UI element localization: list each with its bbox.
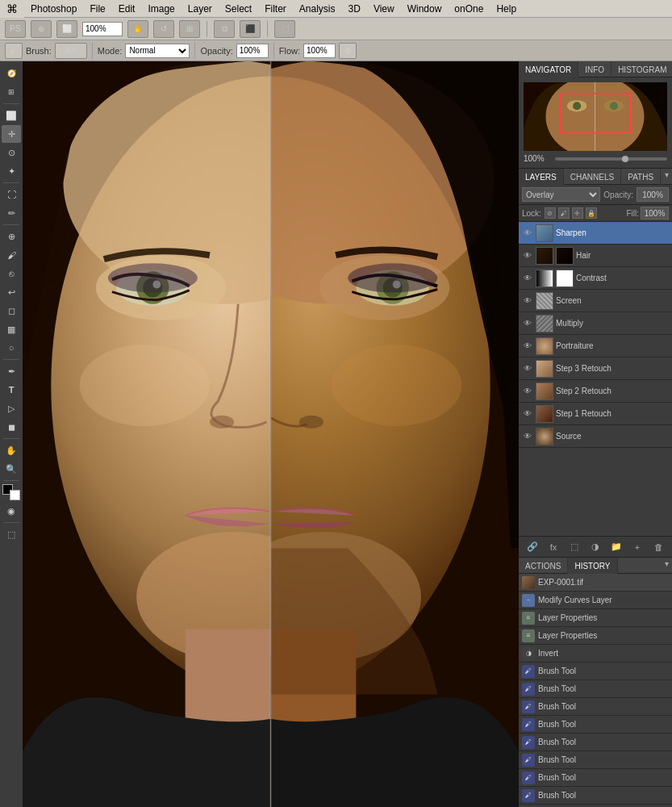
history-brush1[interactable]: 🖌 Brush Tool (519, 663, 672, 680)
tool-icon-zoom2[interactable]: ⊞ (179, 20, 200, 38)
menu-help[interactable]: Help (490, 0, 523, 18)
move-tool[interactable]: ✛ (2, 125, 21, 143)
brush-tool[interactable]: 🖌 (2, 246, 21, 264)
eye-step3[interactable]: 👁 (522, 363, 533, 374)
layer-step2[interactable]: 👁 Step 2 Retouch (519, 380, 672, 403)
tool-icon-hand[interactable]: ✋ (127, 20, 148, 38)
menu-layer[interactable]: Layer (182, 0, 219, 18)
history-brush-tool[interactable]: ↩ (2, 283, 21, 301)
healing-tool[interactable]: ⊕ (2, 228, 21, 245)
menu-view[interactable]: View (367, 0, 401, 18)
layer-screen[interactable]: 👁 Screen (519, 290, 672, 312)
history-brush2[interactable]: 🖌 Brush Tool (519, 680, 672, 698)
history-collapse[interactable]: ▾ (661, 558, 672, 569)
tool-icon-screen[interactable]: ⬛ (240, 20, 261, 38)
eye-screen[interactable]: 👁 (522, 295, 533, 307)
menu-onone[interactable]: onOne (448, 0, 490, 18)
tab-layers[interactable]: LAYERS (519, 169, 564, 185)
history-brush5[interactable]: 🖌 Brush Tool (519, 734, 672, 751)
history-brush6[interactable]: 🖌 Brush Tool (519, 751, 672, 769)
eye-multiply[interactable]: 👁 (522, 318, 533, 329)
hand-tool[interactable]: ✋ (2, 441, 21, 459)
tab-actions[interactable]: ACTIONS (519, 558, 568, 574)
dodge-tool[interactable]: ○ (2, 339, 21, 357)
type-tool[interactable]: T (2, 381, 21, 399)
menu-edit[interactable]: Edit (112, 0, 142, 18)
marquee-tool[interactable]: ⬜ (2, 107, 21, 124)
tool-icon-arrange[interactable]: ⧉ (214, 20, 235, 38)
nav-zoom-slider[interactable] (555, 157, 667, 161)
menu-filter[interactable]: Filter (258, 0, 293, 18)
navigator-icon[interactable]: 🧭 (2, 65, 21, 82)
airbrush-btn[interactable]: ✿ (339, 43, 357, 59)
pen-tool[interactable]: ✒ (2, 362, 21, 380)
lock-position[interactable]: ✛ (572, 207, 583, 219)
quick-mask-tool[interactable]: ◉ (2, 502, 21, 520)
history-brush3[interactable]: 🖌 Brush Tool (519, 698, 672, 716)
add-folder-btn[interactable]: 📁 (609, 540, 624, 554)
delete-layer-btn[interactable]: 🗑 (651, 540, 666, 554)
brush-size-btn[interactable]: 300 (55, 43, 87, 59)
eraser-tool[interactable]: ◻ (2, 302, 21, 320)
lasso-tool[interactable]: ⊙ (2, 144, 21, 161)
tab-histogram[interactable]: HISTOGRAM (611, 61, 672, 77)
history-props1[interactable]: ≡ Layer Properties (519, 609, 672, 627)
eye-contrast[interactable]: 👁 (522, 273, 533, 284)
foreground-bg-tool[interactable] (2, 483, 21, 501)
eyedropper-tool[interactable]: ✏ (2, 204, 21, 222)
history-curves[interactable]: ~ Modify Curves Layer (519, 592, 672, 609)
eye-portraiture[interactable]: 👁 (522, 341, 533, 352)
clone-tool[interactable]: ⎋ (2, 265, 21, 282)
menu-3d[interactable]: 3D (342, 0, 367, 18)
eye-hair[interactable]: 👁 (522, 250, 533, 261)
layer-source[interactable]: 👁 Source (519, 425, 672, 448)
eye-sharpen[interactable]: 👁 (522, 228, 533, 239)
layer-multiply[interactable]: 👁 Multiply (519, 312, 672, 335)
brush-tool-btn[interactable]: 🖌 (5, 43, 23, 59)
canvas-container[interactable] (23, 61, 519, 807)
layers-collapse[interactable]: ▾ (661, 169, 672, 180)
tab-history[interactable]: HISTORY (568, 558, 617, 574)
flow-input[interactable] (303, 44, 336, 58)
nav-zoom-thumb[interactable] (622, 156, 628, 162)
history-props2[interactable]: ≡ Layer Properties (519, 627, 672, 645)
lock-image[interactable]: 🖌 (558, 207, 570, 219)
zoom-input[interactable] (82, 22, 123, 36)
history-brush7[interactable]: 🖌 Brush Tool (519, 769, 672, 787)
history-brush8[interactable]: 🖌 Brush Tool (519, 787, 672, 805)
path-select-tool[interactable]: ▷ (2, 399, 21, 417)
layer-step1[interactable]: 👁 Step 1 Retouch (519, 403, 672, 425)
opacity-input[interactable] (236, 44, 269, 58)
opacity-value-input[interactable] (637, 187, 669, 202)
fill-value-input[interactable] (641, 207, 669, 220)
crop-tool[interactable]: ⛶ (2, 186, 21, 203)
add-adjustment-btn[interactable]: ◑ (588, 540, 603, 554)
blend-mode-select[interactable]: Overlay Normal Multiply Screen (522, 187, 600, 202)
eye-source[interactable]: 👁 (522, 431, 533, 442)
layer-hair[interactable]: 👁 Hair (519, 245, 672, 267)
layer-step3[interactable]: 👁 Step 3 Retouch (519, 358, 672, 380)
gradient-tool[interactable]: ▦ (2, 320, 21, 338)
tool-icon-rotate[interactable]: ↺ (153, 20, 174, 38)
history-invert[interactable]: ◑ Invert (519, 645, 672, 663)
apple-menu[interactable]: ⌘ (0, 0, 24, 18)
screen-mode-tool[interactable]: ⬚ (2, 525, 21, 543)
menu-image[interactable]: Image (141, 0, 181, 18)
layer-sharpen[interactable]: 👁 Sharpen (519, 222, 672, 245)
tab-navigator[interactable]: NAVIGATOR (519, 61, 578, 77)
add-layer-btn[interactable]: + (630, 540, 645, 554)
menu-analysis[interactable]: Analysis (293, 0, 342, 18)
zoom-tool[interactable]: 🔍 (2, 460, 21, 478)
eye-step1[interactable]: 👁 (522, 408, 533, 420)
link-layers-btn[interactable]: 🔗 (525, 540, 540, 554)
history-brush4[interactable]: 🖌 Brush Tool (519, 716, 672, 734)
eye-step2[interactable]: 👁 (522, 386, 533, 397)
lock-all[interactable]: 🔒 (586, 207, 597, 219)
minimize-btn[interactable]: ⬚ (274, 20, 295, 38)
layer-portraiture[interactable]: 👁 Portraiture (519, 335, 672, 358)
layer-contrast[interactable]: 👁 Contrast (519, 267, 672, 290)
layers-icon-top[interactable]: ⊞ (2, 83, 21, 101)
lock-transparent[interactable]: ⊘ (545, 207, 556, 219)
tab-channels[interactable]: CHANNELS (564, 169, 621, 185)
menu-file[interactable]: File (83, 0, 111, 18)
